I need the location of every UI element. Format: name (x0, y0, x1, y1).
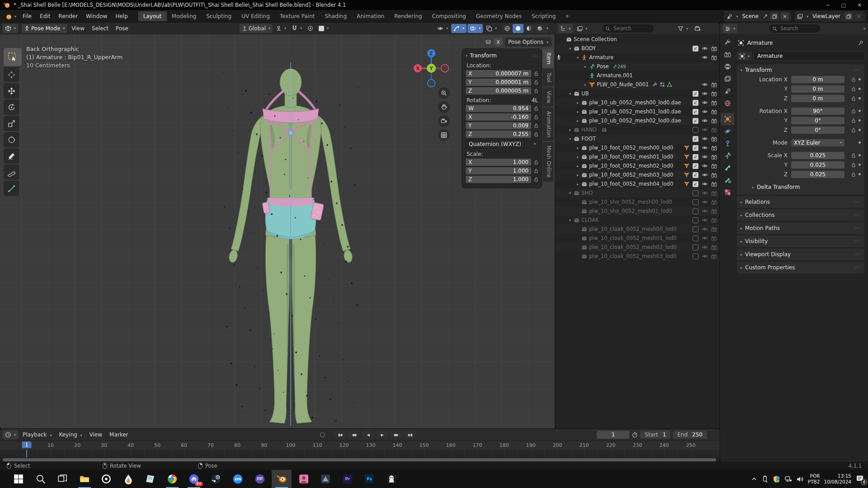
npanel-tab-view[interactable]: View (542, 87, 553, 107)
auto-key-button[interactable] (316, 431, 328, 439)
properties-tab-world[interactable] (721, 97, 734, 109)
new-collection-button[interactable] (692, 24, 703, 33)
outliner-row[interactable]: ▾FOOT✓ (555, 134, 720, 143)
outliner-row[interactable]: ▾Armature (555, 53, 720, 62)
eye-icon[interactable] (702, 90, 708, 97)
panel-drag-handle[interactable]: ∷∷ (855, 239, 861, 244)
pin-icon[interactable] (763, 14, 768, 19)
outliner-row[interactable]: ▸plw_10_ub_0052_mesh01_lod0.dae✓ (555, 107, 720, 116)
taskbar-picpick-button[interactable]: PP (250, 470, 270, 488)
start-frame-field[interactable]: Start 1 (640, 431, 670, 439)
outliner-row[interactable]: ▸plw_10_foot_0052_mesh00_lod0✓ (555, 143, 720, 152)
jump-to-start-button[interactable]: ▮◀ (334, 431, 346, 439)
editor-type-button[interactable]: ▾ (3, 24, 18, 33)
chevron-right-icon[interactable]: ▸ (577, 164, 581, 168)
workspace-tab-uv-editing[interactable]: UV Editing (236, 11, 275, 21)
collapse-chevron-icon[interactable]: ▾ (466, 54, 467, 58)
pivot-point-button[interactable]: ▾ (274, 24, 288, 33)
lock-icon[interactable] (851, 96, 856, 101)
network-icon[interactable] (784, 475, 792, 483)
panel-drag-handle[interactable]: ∷∷ (855, 213, 861, 217)
animate-dot[interactable] (859, 78, 861, 80)
scale-field[interactable]: Z1.000 (466, 176, 531, 183)
timeline-menu-view[interactable]: View (86, 430, 106, 439)
pose-options-dropdown[interactable]: Pose Options ▾ (505, 37, 552, 47)
lock-icon[interactable] (851, 77, 856, 82)
exclude-checkbox[interactable] (693, 235, 698, 241)
properties-tab-bone[interactable] (721, 162, 734, 174)
taskbar-game-app-button[interactable] (316, 470, 335, 488)
animate-dot[interactable] (859, 154, 861, 156)
chevron-right-icon[interactable]: ▸ (577, 155, 581, 159)
lock-icon[interactable] (533, 106, 539, 111)
chevron-down-icon[interactable]: ▾ (577, 56, 581, 60)
notification-center-button[interactable]: 4 (855, 474, 865, 484)
chevron-right-icon[interactable]: ▸ (577, 101, 581, 105)
panel-motion-paths[interactable]: ▸Motion Paths∷∷ (737, 222, 864, 234)
eye-icon[interactable] (702, 145, 708, 151)
previous-keyframe-button[interactable]: ◀◆ (348, 431, 360, 439)
rotation-field[interactable]: W0.954 (466, 105, 531, 112)
animate-dot[interactable] (859, 173, 861, 175)
camera-icon[interactable] (711, 46, 717, 52)
taskbar-blender-button[interactable] (272, 470, 292, 488)
toggle-perspective-button[interactable] (438, 129, 450, 141)
menu-file[interactable]: File (19, 12, 36, 21)
exclude-checkbox[interactable]: ✓ (693, 163, 698, 169)
playhead-line[interactable] (26, 450, 27, 457)
camera-icon[interactable] (711, 208, 717, 214)
falloff-selector[interactable]: ▾ (316, 24, 331, 33)
exclude-checkbox[interactable] (693, 226, 698, 232)
lock-icon[interactable] (851, 127, 856, 133)
timeline-menu-playback[interactable]: Playback ▾ (19, 430, 55, 439)
ik-tool-tool-button[interactable] (4, 181, 19, 196)
eye-icon[interactable] (702, 181, 708, 187)
camera-icon[interactable] (711, 253, 717, 259)
stopwatch-icon[interactable] (632, 432, 638, 438)
show-overlays-button[interactable]: ▾ (467, 24, 483, 33)
outliner-row[interactable]: ▸plw_10_foot_0052_mesh01_lod0✓ (555, 152, 720, 161)
shading-solid-button[interactable] (513, 24, 524, 33)
language-indicator[interactable]: POR PTB2 (808, 473, 820, 485)
workspace-tab-compositing[interactable]: Compositing (427, 11, 471, 21)
timeline-menu-keying[interactable]: Keying ▾ (55, 430, 85, 439)
properties-search[interactable] (769, 24, 821, 33)
camera-icon[interactable] (711, 118, 717, 124)
eye-icon[interactable] (702, 217, 708, 223)
chevron-right-icon[interactable]: ▸ (585, 65, 589, 69)
panel-collections[interactable]: ▸Collections∷∷ (737, 209, 864, 221)
lock-icon[interactable] (533, 131, 539, 137)
chevron-right-icon[interactable]: ▸ (577, 182, 581, 186)
lock-icon[interactable] (851, 108, 856, 114)
lock-icon[interactable] (533, 80, 539, 85)
viewport-menu-pose[interactable]: Pose (112, 24, 132, 33)
camera-view-button[interactable] (438, 115, 450, 127)
eye-icon[interactable] (702, 99, 708, 106)
exclude-checkbox[interactable]: ✓ (693, 154, 698, 160)
outliner-row[interactable]: ▸Pose249 (555, 62, 720, 71)
lock-icon[interactable] (851, 86, 856, 92)
properties-tab-physics[interactable] (721, 125, 734, 137)
scrollbar-thumb[interactable] (3, 458, 716, 461)
exclude-checkbox[interactable]: ✓ (693, 172, 698, 178)
menu-window[interactable]: Window (82, 12, 111, 21)
outliner-row[interactable]: ▾BODY✓ (555, 44, 720, 53)
maximize-button[interactable]: ▢ (841, 2, 845, 8)
minimize-button[interactable]: ─ (826, 2, 830, 8)
pin-icon[interactable] (858, 40, 863, 46)
outliner-row[interactable]: ▸PLW_00_Nude_0001 (555, 80, 720, 89)
taskbar-premiere-button[interactable]: Pr (338, 470, 358, 488)
transform-tool-button[interactable] (4, 132, 19, 147)
outliner-row[interactable]: plw_10_cloak_0052_mesh00_lod0 (555, 225, 720, 234)
chevron-right-icon[interactable]: ▸ (585, 83, 589, 87)
show-gizmo-button[interactable]: ▾ (451, 24, 467, 33)
outliner-row[interactable]: plw_10_cloak_0052_mesh01_lod0 (555, 234, 720, 243)
current-frame-field[interactable]: 1 (597, 431, 629, 439)
scale-field[interactable]: X1.000 (466, 159, 531, 166)
taskbar-notes-app-button[interactable] (140, 470, 160, 488)
outliner-row[interactable]: ▸plw_10_foot_0052_mesh03_lod0✓ (555, 170, 720, 179)
properties-tab-texture[interactable] (721, 186, 734, 198)
exclude-checkbox[interactable] (693, 244, 698, 250)
volume-icon[interactable] (796, 475, 804, 483)
location-field[interactable]: X0.000007 m (466, 70, 531, 77)
